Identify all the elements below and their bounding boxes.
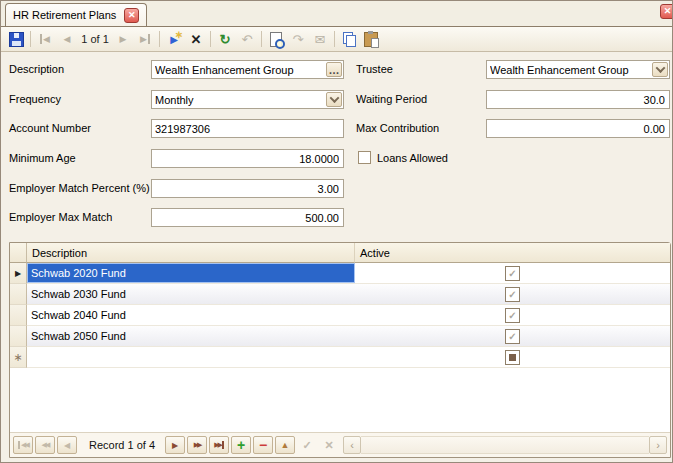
nav-first-button[interactable]: ◀◀ <box>13 436 33 454</box>
nav-append-button[interactable]: + <box>231 436 251 454</box>
active-checkbox[interactable]: ✓ <box>505 266 520 281</box>
employer-max-match-input[interactable] <box>152 209 343 226</box>
grid-new-row[interactable]: ∗ <box>10 347 670 368</box>
frequency-input[interactable] <box>152 91 325 108</box>
app-window: HR Retirement Plans ✕ ✕ ◀ ◀ 1 of 1 ▶ ▶ ▶… <box>0 0 673 463</box>
next-record-button[interactable]: ▶ <box>112 29 134 50</box>
new-record-button[interactable]: ▶∗ <box>163 29 185 50</box>
refresh-button[interactable]: ↻ <box>214 29 236 50</box>
description-cell[interactable]: Schwab 2040 Fund <box>27 305 355 326</box>
description-cell[interactable]: Schwab 2030 Fund <box>27 284 355 305</box>
undo-button[interactable]: ↶ <box>236 29 258 50</box>
edit-triangle-icon: ▲ <box>281 440 290 450</box>
description-cell[interactable] <box>27 347 355 368</box>
employer-max-match-field <box>151 208 344 227</box>
first-record-icon: ◀ <box>40 34 50 44</box>
table-row[interactable]: Schwab 2050 Fund✓ <box>10 326 670 347</box>
scroll-right-button[interactable]: › <box>649 436 667 454</box>
scrollbar-track[interactable] <box>361 436 649 454</box>
minimum-age-input[interactable] <box>152 150 343 167</box>
refresh-icon: ↻ <box>220 32 231 47</box>
tab-hr-retirement-plans[interactable]: HR Retirement Plans ✕ <box>5 3 147 26</box>
column-header-description[interactable]: Description <box>27 243 355 263</box>
copy-button[interactable] <box>338 29 360 50</box>
minus-icon: − <box>259 440 267 450</box>
toolbar-separator <box>261 31 262 47</box>
description-input[interactable] <box>152 61 325 78</box>
frequency-field <box>151 90 344 109</box>
nav-end-edit-button[interactable]: ✓ <box>297 436 317 454</box>
delete-record-button[interactable]: ✕ <box>185 29 207 50</box>
funds-grid: Description Active ▶Schwab 2020 Fund✓Sch… <box>9 242 671 458</box>
save-button[interactable] <box>5 29 27 50</box>
undo-icon: ↶ <box>242 32 253 47</box>
row-indicator <box>10 326 27 347</box>
description-field: … <box>151 60 344 79</box>
toolbar-separator <box>30 31 31 47</box>
print-preview-button[interactable] <box>265 29 287 50</box>
table-row[interactable]: ▶Schwab 2020 Fund✓ <box>10 263 670 284</box>
current-row-indicator: ▶ <box>10 263 27 284</box>
active-cell: ✓ <box>355 305 670 326</box>
cancel-x-icon: ✕ <box>324 439 333 452</box>
copy-icon <box>343 32 356 46</box>
paste-button[interactable] <box>360 29 382 50</box>
waiting-period-input[interactable] <box>487 91 669 108</box>
trustee-input[interactable] <box>487 61 651 78</box>
active-checkbox[interactable]: ✓ <box>505 287 520 302</box>
description-ellipsis-button[interactable]: … <box>326 62 342 77</box>
tab-close-icon[interactable]: ✕ <box>124 8 139 23</box>
scroll-left-button[interactable]: ‹ <box>343 436 361 454</box>
previous-record-icon: ◀ <box>64 34 71 44</box>
employer-match-percent-input[interactable] <box>152 180 343 197</box>
table-row[interactable]: Schwab 2040 Fund✓ <box>10 305 670 326</box>
table-row[interactable]: Schwab 2030 Fund✓ <box>10 284 670 305</box>
nav-prev-button[interactable]: ◀ <box>57 436 77 454</box>
first-record-button[interactable]: ◀ <box>34 29 56 50</box>
nav-next-page-button[interactable]: ▶▶ <box>187 436 207 454</box>
envelope-icon: ✉ <box>315 32 326 47</box>
scroll-right-icon: › <box>656 439 660 451</box>
last-record-button[interactable]: ▶ <box>134 29 156 50</box>
description-cell[interactable]: Schwab 2050 Fund <box>27 326 355 347</box>
account-number-input[interactable] <box>152 120 343 137</box>
document-close-icon[interactable]: ✕ <box>660 4 673 19</box>
nav-next-button[interactable]: ▶ <box>165 436 185 454</box>
forward-button[interactable]: ↷ <box>287 29 309 50</box>
grid-navigator: ◀◀ ◀◀ ◀ Record 1 of 4 ▶ ▶▶ ▶▶ + − ▲ ✓ ✕ … <box>10 432 670 457</box>
trustee-dropdown-button[interactable] <box>652 62 668 77</box>
nav-prev-page-icon: ◀◀ <box>42 441 49 449</box>
tab-bar: HR Retirement Plans ✕ ✕ <box>1 1 672 27</box>
column-header-active[interactable]: Active <box>355 243 670 263</box>
nav-edit-button[interactable]: ▲ <box>275 436 295 454</box>
grid-empty-area <box>10 368 670 432</box>
nav-last-button[interactable]: ▶▶ <box>209 436 229 454</box>
record-position-indicator: 1 of 1 <box>78 33 112 45</box>
tab-title: HR Retirement Plans <box>13 9 116 21</box>
trustee-label: Trustee <box>356 63 393 75</box>
toolbar-separator <box>159 31 160 47</box>
active-checkbox[interactable]: ✓ <box>505 308 520 323</box>
previous-record-button[interactable]: ◀ <box>56 29 78 50</box>
description-cell[interactable]: Schwab 2020 Fund <box>27 263 355 284</box>
loans-allowed-checkbox[interactable] <box>358 151 371 164</box>
max-contribution-field <box>486 119 670 138</box>
main-toolbar: ◀ ◀ 1 of 1 ▶ ▶ ▶∗ ✕ ↻ ↶ ↷ ✉ <box>1 27 672 52</box>
max-contribution-input[interactable] <box>487 120 669 137</box>
frequency-dropdown-button[interactable] <box>326 92 342 107</box>
nav-prev-page-button[interactable]: ◀◀ <box>35 436 55 454</box>
nav-cancel-edit-button[interactable]: ✕ <box>319 436 339 454</box>
active-checkbox[interactable]: ✓ <box>505 329 520 344</box>
nav-next-page-icon: ▶▶ <box>194 441 201 449</box>
trustee-field <box>486 60 670 79</box>
frequency-label: Frequency <box>9 93 61 105</box>
horizontal-scrollbar[interactable]: ‹ › <box>343 436 667 454</box>
loans-allowed-label: Loans Allowed <box>377 152 448 164</box>
email-button[interactable]: ✉ <box>309 29 331 50</box>
chevron-down-icon <box>329 93 339 103</box>
nav-delete-button[interactable]: − <box>253 436 273 454</box>
last-record-icon: ▶ <box>140 34 150 44</box>
active-indeterminate-checkbox[interactable] <box>505 350 520 365</box>
nav-prev-icon: ◀ <box>64 441 70 450</box>
waiting-period-label: Waiting Period <box>356 93 427 105</box>
